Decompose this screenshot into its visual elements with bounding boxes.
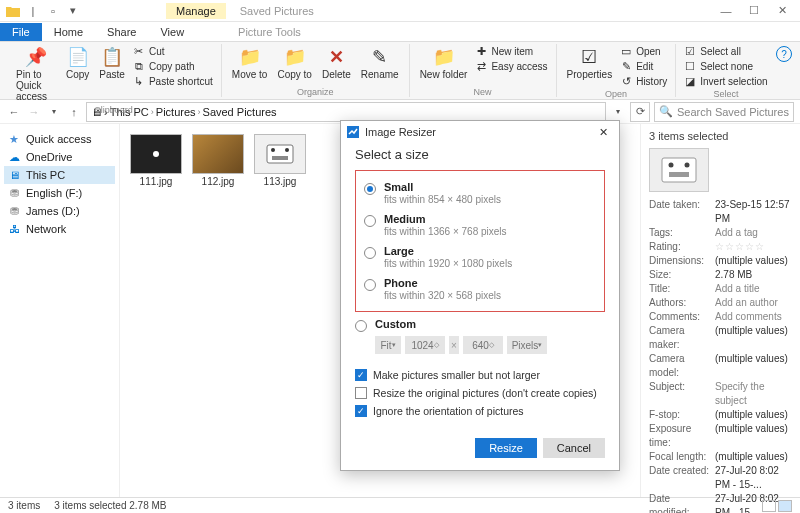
label: Copy to [277,69,311,80]
sidebar-item-drive-d[interactable]: ⛃James (D:) [4,202,115,220]
open-button[interactable]: ▭Open [620,44,667,58]
radio-icon[interactable] [364,247,376,259]
ribbon-group-organize: 📁Move to 📁Copy to ✕Delete ✎Rename Organi… [222,44,410,97]
move-to-button[interactable]: 📁Move to [230,44,270,82]
file-item[interactable]: 113.jpg [254,134,306,187]
resize-button[interactable]: Resize [475,438,537,458]
radio-icon[interactable] [364,183,376,195]
delete-button[interactable]: ✕Delete [320,44,353,82]
size-option-large[interactable]: Largefits within 1920 × 1080 pixels [364,241,596,273]
paste-button[interactable]: 📋Paste [97,44,127,82]
new-folder-button[interactable]: 📁New folder [418,44,470,82]
label: Pin to Quick access [16,69,56,102]
maximize-button[interactable]: ☐ [740,1,768,21]
file-item[interactable]: 111.jpg [130,134,182,187]
label: OneDrive [26,151,72,163]
invert-selection-button[interactable]: ◪Invert selection [684,74,767,88]
paste-shortcut-button[interactable]: ↳Paste shortcut [133,74,213,88]
cancel-button[interactable]: Cancel [543,438,605,458]
details-key: F-stop: [649,408,711,422]
select-none-button[interactable]: ☐Select none [684,59,767,73]
label: Phone [384,277,418,289]
address-dropdown-button[interactable]: ▾ [610,104,626,120]
history-button[interactable]: ↺History [620,74,667,88]
qat-properties-icon[interactable]: ▫ [44,2,62,20]
times-icon: × [449,336,459,354]
details-row: Focal length:(multiple values) [649,450,792,464]
check-smaller-only[interactable]: ✓ Make pictures smaller but not larger [355,366,605,384]
minimize-button[interactable]: — [712,1,740,21]
history-icon: ↺ [620,75,632,87]
dialog-close-button[interactable]: ✕ [593,122,613,142]
fit-mode-select[interactable]: Fit ▾ [375,336,401,354]
view-thumbnails-button[interactable] [778,500,792,512]
checkbox-icon[interactable]: ✓ [355,405,367,417]
radio-icon[interactable] [364,215,376,227]
ribbon-group-new: 📁New folder ✚New item ⇄Easy access New [410,44,557,97]
tab-home[interactable]: Home [42,23,95,41]
tab-share[interactable]: Share [95,23,148,41]
close-button[interactable]: ✕ [768,1,796,21]
copy-button[interactable]: 📄Copy [64,44,91,82]
copy-to-button[interactable]: 📁Copy to [275,44,313,82]
group-label: Open [565,88,668,99]
checkbox-icon[interactable] [355,387,367,399]
sidebar-item-drive-f[interactable]: ⛃English (F:) [4,184,115,202]
edit-button[interactable]: ✎Edit [620,59,667,73]
sidebar-item-quick-access[interactable]: ★Quick access [4,130,115,148]
radio-icon[interactable] [355,320,367,332]
properties-button[interactable]: ☑Properties [565,44,615,82]
invert-selection-icon: ◪ [684,75,696,87]
size-option-custom[interactable]: Custom [355,312,605,332]
sidebar-item-network[interactable]: 🖧Network [4,220,115,238]
quick-access-toolbar: | ▫ ▾ [4,2,82,20]
help-icon[interactable]: ? [776,46,792,62]
details-value[interactable]: Add a tag [715,226,792,240]
radio-icon[interactable] [364,279,376,291]
details-key: Size: [649,268,711,282]
view-details-button[interactable] [762,500,776,512]
details-value[interactable]: Specify the subject [715,380,792,408]
label: Small [384,181,413,193]
rename-button[interactable]: ✎Rename [359,44,401,82]
context-tab-manage[interactable]: Manage [166,3,226,19]
details-value[interactable]: Add comments [715,310,792,324]
size-option-phone[interactable]: Phonefits within 320 × 568 pixels [364,273,596,305]
checkbox-icon[interactable]: ✓ [355,369,367,381]
refresh-button[interactable]: ⟳ [630,102,650,122]
svg-point-5 [669,163,674,168]
unit-select[interactable]: Pixels ▾ [507,336,547,354]
label: History [636,76,667,87]
tab-view[interactable]: View [148,23,196,41]
select-all-button[interactable]: ☑Select all [684,44,767,58]
crumb-saved-pictures[interactable]: Saved Pictures [203,106,277,118]
svg-rect-3 [272,156,288,160]
qat-dropdown-icon[interactable]: ▾ [64,2,82,20]
sidebar-item-onedrive[interactable]: ☁OneDrive [4,148,115,166]
new-item-button[interactable]: ✚New item [475,44,547,58]
details-key: Camera model: [649,352,711,380]
cut-button[interactable]: ✂Cut [133,44,213,58]
svg-rect-0 [267,145,293,163]
custom-height-input[interactable]: 640 ◇ [463,336,503,354]
tab-picture-tools[interactable]: Picture Tools [226,23,313,41]
pin-quick-access-button[interactable]: 📌Pin to Quick access [14,44,58,104]
details-value[interactable]: Add an author [715,296,792,310]
custom-width-input[interactable]: 1024 ◇ [405,336,445,354]
sidebar-item-this-pc[interactable]: 🖥This PC [4,166,115,184]
tab-file[interactable]: File [0,23,42,41]
details-value[interactable]: Add a title [715,282,792,296]
sublabel: fits within 854 × 480 pixels [384,194,501,205]
search-input[interactable]: 🔍 Search Saved Pictures [654,102,794,122]
copy-path-button[interactable]: ⧉Copy path [133,59,213,73]
size-option-small[interactable]: Smallfits within 854 × 480 pixels [364,177,596,209]
label: Invert selection [700,76,767,87]
drive-icon: ⛃ [8,205,20,217]
easy-access-button[interactable]: ⇄Easy access [475,59,547,73]
size-options-group: Smallfits within 854 × 480 pixels Medium… [355,170,605,312]
check-replace-originals[interactable]: Resize the original pictures (don't crea… [355,384,605,402]
size-option-medium[interactable]: Mediumfits within 1366 × 768 pixels [364,209,596,241]
value: Fit [380,340,391,351]
file-item[interactable]: 112.jpg [192,134,244,187]
check-ignore-orientation[interactable]: ✓ Ignore the orientation of pictures [355,402,605,420]
